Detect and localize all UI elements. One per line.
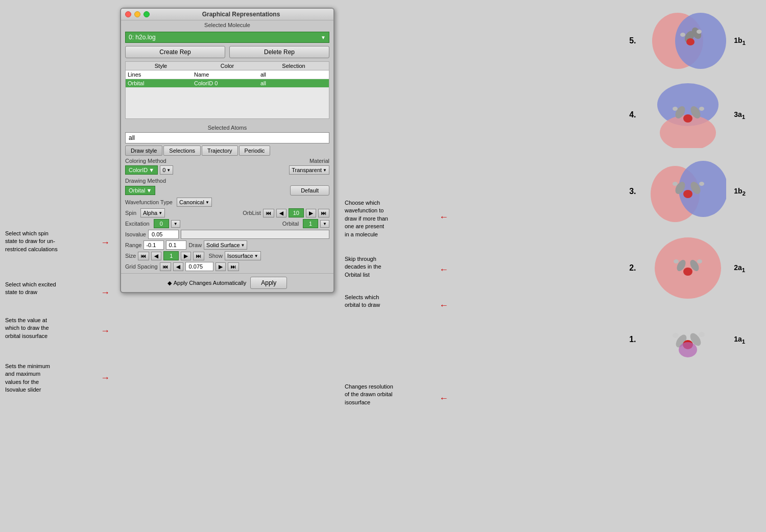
default-button[interactable]: Default [290, 185, 329, 196]
grid-spacing-input[interactable] [185, 262, 213, 271]
drawing-method-label: Drawing Method [125, 178, 329, 184]
orblist-skip-end[interactable]: ⏭ [318, 209, 329, 217]
section-selected-molecule: Selected Molecule [121, 20, 333, 30]
orbital-image-4 [650, 82, 726, 148]
orbital-label-2: 2a1 [734, 263, 745, 273]
minimize-dot[interactable] [134, 11, 140, 17]
tab-periodic[interactable]: Periodic [239, 146, 271, 156]
svg-point-6 [697, 30, 702, 34]
apply-button[interactable]: Apply [250, 277, 287, 289]
molecule-select[interactable]: 0: h2o.log ▼ [125, 32, 329, 43]
svg-point-5 [680, 33, 685, 37]
delete-rep-button[interactable]: Delete Rep [229, 46, 329, 58]
orblist-next[interactable]: ▶ [306, 209, 316, 217]
orbital-number-5: 5. [629, 36, 642, 45]
grid-skip-end[interactable]: ⏭ [228, 262, 239, 271]
orbital-number-1: 1. [629, 335, 642, 344]
svg-point-1 [675, 13, 726, 69]
wavefunction-arrow: ▼ [205, 200, 209, 205]
size-prev[interactable]: ◀ [151, 252, 161, 260]
show-select[interactable]: Isosurface ▼ [225, 251, 261, 260]
wavefunction-select[interactable]: Canonical ▼ [177, 198, 212, 207]
orbital-image-3 [650, 158, 726, 225]
selected-atoms-input[interactable] [125, 132, 329, 143]
close-dot[interactable] [125, 11, 131, 17]
tab-draw-style[interactable]: Draw style [125, 146, 162, 156]
svg-point-15 [679, 161, 726, 217]
show-arrow: ▼ [254, 254, 258, 258]
svg-point-32 [679, 342, 697, 357]
orbital-select[interactable]: ▼ [320, 220, 329, 228]
orbital-number-4: 4. [629, 110, 642, 119]
size-next[interactable]: ▶ [181, 252, 191, 260]
annotation-excitation: Select which excitedstate to draw [5, 281, 56, 297]
tab-trajectory[interactable]: Trajectory [202, 146, 238, 156]
draw-type-select[interactable]: Solid Surface ▼ [204, 240, 247, 250]
arrow-grid-right: ← [439, 393, 448, 404]
rep-table-header: Style Color Selection [126, 62, 329, 70]
coloring-id-arrow: ▼ [166, 168, 171, 173]
isovalue-slider[interactable] [181, 230, 329, 239]
range-min-input[interactable] [143, 240, 164, 250]
orbital-arrow: ▼ [323, 222, 327, 226]
annotation-isovalue: Sets the value atwhich to draw theorbita… [5, 317, 49, 340]
svg-point-26 [697, 259, 702, 263]
orblist-prev[interactable]: ◀ [276, 209, 286, 217]
window-title: Graphical Representations [153, 11, 329, 18]
size-skip-start[interactable]: ⏮ [138, 252, 149, 260]
window-titlebar: Graphical Representations [121, 9, 333, 20]
orbital-number-3: 3. [629, 187, 642, 196]
material-label: Material [309, 158, 329, 164]
apply-row: ◆ Apply Changes Automatically Apply [125, 277, 329, 289]
grid-prev[interactable]: ◀ [173, 262, 183, 271]
expand-dot[interactable] [143, 11, 150, 17]
orbital-entry-3: 3. 1b2 [629, 158, 746, 225]
orbital-list: 5. 1b1 4. [629, 10, 746, 368]
orbital-label-4: 3a1 [734, 110, 745, 120]
checkbox-diamond: ◆ [167, 280, 172, 286]
orbital-label-3: 1b2 [734, 187, 746, 197]
orbital-label-5: 1b1 [734, 36, 746, 46]
excitation-label: Excitation [125, 221, 150, 227]
table-row-selected[interactable]: Orbital ColorID 0 all [126, 79, 329, 88]
table-empty-area [126, 88, 329, 118]
orbital-image-1 [650, 311, 726, 368]
arrow-wavefunction: ← [439, 212, 448, 223]
create-rep-button[interactable]: Create Rep [125, 46, 225, 58]
svg-point-22 [683, 268, 692, 276]
size-label: Size [125, 253, 136, 259]
range-label: Range [125, 242, 141, 248]
orbital-number-2: 2. [629, 263, 642, 273]
arrow-isovalue: → [101, 326, 110, 336]
excitation-value: 0 [154, 219, 169, 228]
drawing-method-select[interactable]: Orbital ▼ [125, 186, 155, 195]
material-select[interactable]: Transparent ▼ [289, 165, 329, 175]
coloring-id-select[interactable]: 0 ▼ [160, 165, 173, 175]
grid-next[interactable]: ▶ [216, 262, 226, 271]
spin-select[interactable]: Alpha ▼ [140, 208, 165, 217]
material-arrow: ▼ [323, 168, 327, 173]
grid-skip-start[interactable]: ⏮ [160, 262, 171, 271]
annotation-spin: Select which spinstate to draw for un-re… [5, 230, 58, 253]
draw-style-section: Coloring Method Material ColorID ▼ 0 ▼ [125, 158, 329, 271]
excitation-arrow: ▼ [174, 222, 178, 226]
annotation-grid: Changes resolutionof the drawn orbitalis… [345, 383, 393, 406]
size-value: 1 [163, 251, 179, 260]
orbital-entry-4: 4. 3a1 [629, 82, 746, 148]
molecule-select-arrow: ▼ [321, 35, 326, 40]
table-row[interactable]: Lines Name all [126, 70, 329, 79]
tab-selections[interactable]: Selections [163, 146, 201, 156]
excitation-select[interactable]: ▼ [171, 220, 180, 228]
annotation-range: Sets the minimumand maximumvalues for th… [5, 362, 50, 394]
coloring-label: Coloring Method [125, 158, 166, 164]
coloring-method-select[interactable]: ColorID ▼ [125, 165, 158, 175]
orbital-entry-5: 5. 1b1 [629, 10, 746, 71]
isovalue-input[interactable] [148, 230, 179, 239]
orbital-value: 1 [303, 219, 318, 228]
orbital-image-2 [650, 235, 726, 301]
rep-table: Style Color Selection Lines Name all Orb… [125, 61, 329, 119]
size-skip-end[interactable]: ⏭ [193, 252, 204, 260]
range-max-input[interactable] [166, 240, 186, 250]
svg-point-12 [673, 107, 678, 111]
orblist-skip-start[interactable]: ⏮ [263, 209, 274, 217]
